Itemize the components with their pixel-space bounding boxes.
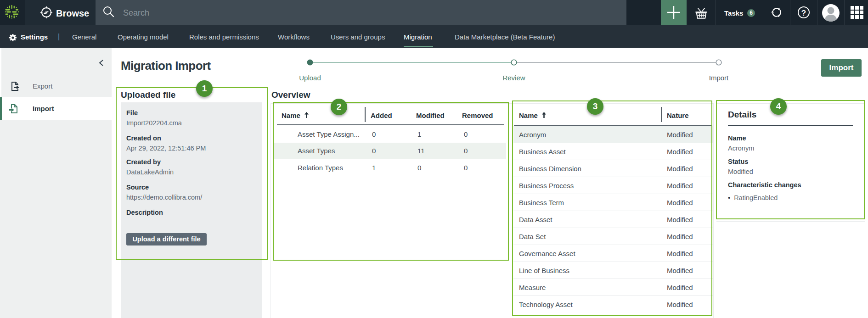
svg-text:?: ? [801, 9, 806, 17]
